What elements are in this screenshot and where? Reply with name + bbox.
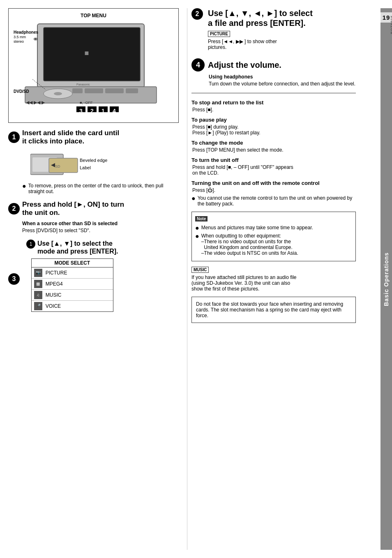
step2-left-header: 2 Press and hold [►, ON] to turnthe unit… bbox=[8, 201, 179, 217]
info-remote-title: Turning the unit on and off with the rem… bbox=[191, 180, 356, 186]
step3-sub-heading: Use [▲, ▼] to select themode and press [… bbox=[37, 240, 118, 255]
caution-text: Do not face the slot towards your face w… bbox=[196, 301, 351, 318]
music-section: MUSIC If you have attached still picture… bbox=[191, 266, 356, 292]
beveled-edge-label: Beveled edge bbox=[80, 157, 107, 164]
step4-circle: 4 bbox=[191, 58, 205, 71]
bullet-dot: ● bbox=[22, 183, 26, 194]
info-pause-body: Press [■] during play.Press [►] (Play) t… bbox=[192, 124, 356, 136]
step1-block: 1 Insert and slide the card untilit clic… bbox=[8, 129, 179, 194]
info-remote-body: Press [⏻]. bbox=[192, 187, 356, 193]
svg-text:◀◀ ▶◀ ▶: ◀◀ ▶◀ ▶ bbox=[26, 100, 45, 105]
info-mode-title: To change the mode bbox=[191, 140, 356, 146]
divider bbox=[191, 93, 356, 93]
model-number: RQT6915 bbox=[390, 15, 392, 34]
picture-text: Press [◄◄, ▶▶ ] to show otherpictures. bbox=[208, 39, 356, 50]
voice-icon: 🎤 bbox=[34, 302, 42, 310]
label-headphones: Headphones 3.5 mmstereo bbox=[14, 30, 38, 44]
info-remote: Turning the unit on and off with the rem… bbox=[191, 180, 356, 207]
info-mode-body: Press [TOP MENU] then select the mode. bbox=[192, 147, 356, 153]
step2-sub-text: Press [DVD/SD] to select "SD". bbox=[22, 228, 179, 233]
step3-sub: 1 Use [▲, ▼] to select themode and press… bbox=[26, 240, 118, 315]
step3-sub-header: 1 Use [▲, ▼] to select themode and press… bbox=[26, 240, 118, 255]
caution-block: Do not face the slot towards your face w… bbox=[191, 297, 356, 323]
step3-sub-circle: 1 bbox=[26, 240, 35, 249]
info-pause-title: To pause play bbox=[191, 117, 356, 123]
note-badge: Note bbox=[195, 216, 208, 221]
step2-right-block: 2 Use [▲, ▼, ◄, ►] to selecta file and p… bbox=[191, 8, 356, 50]
step4-sub-text: Turn down the volume before connection, … bbox=[209, 81, 356, 87]
bullet-dot-remote: ● bbox=[191, 195, 196, 207]
mode-row-voice: 🎤 VOICE bbox=[32, 301, 113, 311]
mode-label-mpeg4: MPEG4 bbox=[46, 281, 63, 287]
mode-label-music: MUSIC bbox=[46, 292, 62, 298]
left-column: TOP MENU ■ bbox=[8, 8, 185, 550]
card-diagram: SD Beveled edge Label bbox=[30, 150, 179, 179]
mode-table: MODE SELECT 📷 PICTURE ▦ MPEG4 ♫ bbox=[31, 258, 113, 312]
mode-label-picture: PICTURE bbox=[46, 270, 67, 276]
svg-rect-6 bbox=[72, 88, 83, 93]
card-labels: Beveled edge Label bbox=[80, 157, 107, 171]
mode-table-header: MODE SELECT bbox=[32, 259, 113, 267]
mode-label-voice: VOICE bbox=[46, 303, 61, 309]
side-tab: Basic Operations 19 RQT6915 bbox=[380, 8, 392, 550]
info-stop-title: To stop and return to the list bbox=[191, 99, 356, 106]
note-item-2: ● When outputting to other equipment:–Th… bbox=[195, 233, 352, 256]
bullet-dot-note1: ● bbox=[195, 225, 199, 231]
card-svg: SD bbox=[30, 150, 80, 179]
svg-rect-9 bbox=[126, 88, 138, 93]
svg-text:Panasonic: Panasonic bbox=[76, 83, 90, 86]
mode-row-picture: 📷 PICTURE bbox=[32, 267, 113, 279]
step2-right-header: 2 Use [▲, ▼, ◄, ►] to selecta file and p… bbox=[191, 8, 356, 28]
svg-rect-8 bbox=[105, 88, 124, 93]
step4-block: 4 Adjust the volume. Using headphones Tu… bbox=[191, 58, 356, 87]
step1-header: 1 Insert and slide the card untilit clic… bbox=[8, 129, 179, 146]
svg-text:■: ■ bbox=[85, 49, 89, 57]
step3-block: 3 1 Use [▲, ▼] to select themode and pre… bbox=[8, 240, 179, 318]
mode-row-mpeg4: ▦ MPEG4 bbox=[32, 279, 113, 290]
info-off-title: To turn the unit off bbox=[191, 157, 356, 163]
step1-bullet: ● To remove, press on the center of the … bbox=[22, 183, 179, 194]
svg-text:3: 3 bbox=[79, 108, 83, 112]
step1-content: SD Beveled edge Label ● To remove, pre bbox=[22, 150, 179, 194]
card-visual: SD bbox=[30, 150, 80, 179]
note-item-1: ● Menus and pictures may take some time … bbox=[195, 225, 352, 231]
step1-circle: 1 bbox=[8, 131, 20, 143]
main-content: TOP MENU ■ bbox=[8, 8, 392, 550]
svg-point-5 bbox=[54, 92, 62, 95]
bullet-dot-note2: ● bbox=[195, 233, 199, 256]
step4-content: Using headphones Turn down the volume be… bbox=[209, 74, 356, 87]
label-dvdsd: DVD/SD bbox=[14, 89, 29, 94]
svg-text:4: 4 bbox=[113, 108, 116, 112]
info-pause: To pause play Press [■] during play.Pres… bbox=[191, 117, 356, 136]
step3-circle: 3 bbox=[8, 273, 20, 285]
right-column: 2 Use [▲, ▼, ◄, ►] to selecta file and p… bbox=[187, 8, 380, 550]
step2-right-content: PICTURE Press [◄◄, ▶▶ ] to show otherpic… bbox=[208, 30, 356, 50]
step2-left-content: When a source other than SD is selected … bbox=[22, 221, 179, 233]
svg-rect-7 bbox=[85, 88, 103, 93]
step4-header: 4 Adjust the volume. bbox=[191, 58, 356, 71]
step2-left-block: 2 Press and hold [►, ON] to turnthe unit… bbox=[8, 201, 179, 233]
step2-right-sub-circle: 2 bbox=[191, 8, 203, 20]
picture-badge: PICTURE bbox=[208, 31, 230, 37]
info-off: To turn the unit off Press and hold [■, … bbox=[191, 157, 356, 176]
music-text: If you have attached still pictures to a… bbox=[191, 274, 356, 292]
device-label-top: TOP MENU bbox=[13, 13, 174, 18]
page-container: TOP MENU ■ bbox=[0, 0, 392, 558]
svg-text:SD: SD bbox=[55, 164, 60, 168]
step2-right-heading: Use [▲, ▼, ◄, ►] to selecta file and pre… bbox=[208, 8, 313, 28]
device-diagram: TOP MENU ■ bbox=[8, 8, 179, 123]
step2-left-circle: 2 bbox=[8, 203, 20, 214]
step1-heading: Insert and slide the card untilit clicks… bbox=[22, 129, 119, 146]
note-text-2: When outputting to other equipment:–Ther… bbox=[201, 233, 298, 256]
music-icon: ♫ bbox=[34, 291, 42, 299]
step2-sub-heading: When a source other than SD is selected bbox=[22, 221, 179, 226]
step4-sub-heading: Using headphones bbox=[209, 74, 356, 80]
info-stop-body: Press [■]. bbox=[192, 107, 356, 113]
note-block: Note ● Menus and pictures may take some … bbox=[191, 212, 356, 261]
step2-left-heading: Press and hold [►, ON] to turnthe unit o… bbox=[22, 201, 124, 217]
music-badge: MUSIC bbox=[191, 267, 209, 273]
svg-text:1: 1 bbox=[101, 108, 105, 112]
info-remote-bullet-text: You cannot use the remote control to tur… bbox=[198, 195, 356, 207]
picture-icon: 📷 bbox=[34, 269, 42, 277]
device-wrapper: ■ ⚭ bbox=[13, 22, 169, 116]
